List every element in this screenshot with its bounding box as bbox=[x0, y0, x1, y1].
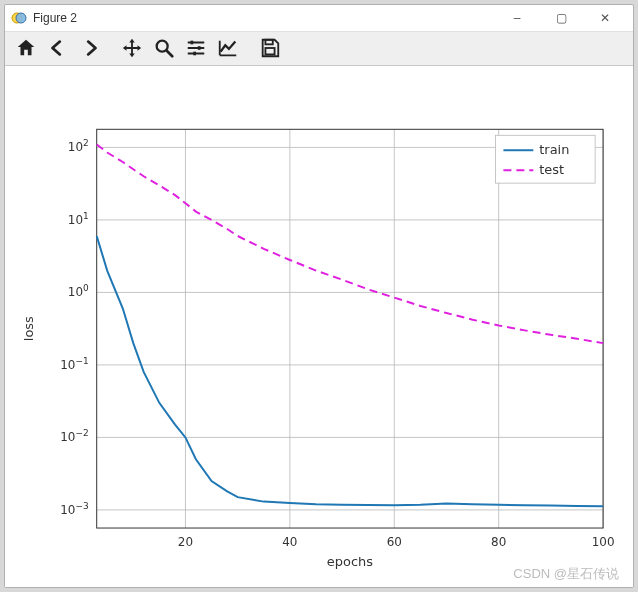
save-button[interactable] bbox=[255, 33, 285, 63]
svg-rect-7 bbox=[265, 48, 274, 54]
forward-button[interactable] bbox=[75, 33, 105, 63]
svg-rect-3 bbox=[191, 41, 194, 45]
series-train bbox=[97, 236, 603, 506]
legend-entry-train: train bbox=[539, 142, 569, 157]
app-icon bbox=[11, 10, 27, 26]
move-icon bbox=[121, 37, 143, 59]
svg-text:10−3: 10−3 bbox=[60, 501, 88, 517]
zoom-button[interactable] bbox=[149, 33, 179, 63]
pan-button[interactable] bbox=[117, 33, 147, 63]
chart-svg: 10−310−210−1100101102 20406080100 loss e… bbox=[5, 66, 633, 587]
maximize-button[interactable]: ▢ bbox=[539, 5, 583, 31]
legend-entry-test: test bbox=[539, 162, 564, 177]
svg-text:101: 101 bbox=[68, 211, 89, 227]
svg-text:60: 60 bbox=[387, 535, 402, 549]
svg-text:20: 20 bbox=[178, 535, 193, 549]
svg-rect-19 bbox=[97, 129, 603, 528]
svg-text:40: 40 bbox=[282, 535, 297, 549]
back-button[interactable] bbox=[43, 33, 73, 63]
svg-text:100: 100 bbox=[68, 283, 89, 299]
figure-window: Figure 2 – ▢ ✕ bbox=[4, 4, 634, 588]
magnify-icon bbox=[153, 37, 175, 59]
svg-text:102: 102 bbox=[68, 138, 89, 154]
minimize-icon: – bbox=[514, 11, 521, 25]
edit-axes-button[interactable] bbox=[213, 33, 243, 63]
home-icon bbox=[15, 37, 37, 59]
chart-line-icon bbox=[217, 37, 239, 59]
arrow-left-icon bbox=[47, 37, 69, 59]
svg-rect-6 bbox=[265, 40, 272, 45]
svg-rect-5 bbox=[193, 52, 196, 56]
save-icon bbox=[259, 37, 281, 59]
svg-text:10−1: 10−1 bbox=[60, 356, 88, 372]
close-icon: ✕ bbox=[600, 11, 610, 25]
close-button[interactable]: ✕ bbox=[583, 5, 627, 31]
configure-button[interactable] bbox=[181, 33, 211, 63]
arrow-right-icon bbox=[79, 37, 101, 59]
svg-text:10−2: 10−2 bbox=[60, 428, 88, 444]
plot-canvas[interactable]: 10−310−210−1100101102 20406080100 loss e… bbox=[5, 66, 633, 587]
y-axis-label: loss bbox=[21, 316, 36, 341]
x-axis-label: epochs bbox=[327, 554, 373, 569]
sliders-icon bbox=[185, 37, 207, 59]
svg-text:100: 100 bbox=[592, 535, 615, 549]
titlebar: Figure 2 – ▢ ✕ bbox=[5, 5, 633, 32]
maximize-icon: ▢ bbox=[556, 11, 567, 25]
matplotlib-toolbar bbox=[5, 32, 633, 66]
home-button[interactable] bbox=[11, 33, 41, 63]
svg-rect-4 bbox=[198, 46, 201, 50]
svg-point-1 bbox=[16, 13, 26, 23]
legend: train test bbox=[495, 135, 595, 183]
minimize-button[interactable]: – bbox=[495, 5, 539, 31]
svg-text:80: 80 bbox=[491, 535, 506, 549]
window-title: Figure 2 bbox=[33, 11, 495, 25]
